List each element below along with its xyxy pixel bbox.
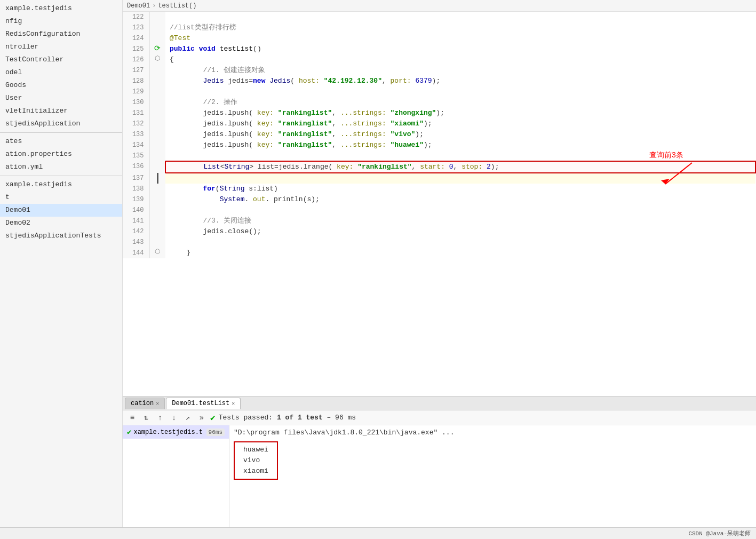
- run-test-item[interactable]: ✔ xample.testjedis.t 96ms: [123, 425, 229, 439]
- line-gutter: [149, 22, 165, 33]
- line-num: 128: [123, 76, 149, 86]
- line-content: }: [165, 248, 755, 258]
- line-gutter: [149, 65, 165, 76]
- sidebar-item-demo02[interactable]: Demo02: [0, 217, 122, 229]
- table-row: 140: [123, 205, 755, 216]
- table-row: 127 //1. 创建连接对象: [123, 65, 755, 76]
- debug-icon: ⟳: [150, 44, 166, 53]
- table-row: 144 ⬡ }: [123, 248, 755, 258]
- code-area: Demo01 › testList() 122 123: [123, 0, 756, 527]
- line-num: 142: [123, 226, 149, 237]
- line-gutter: [149, 108, 165, 118]
- line-gutter: [149, 76, 165, 86]
- export-btn[interactable]: ↗: [182, 413, 193, 423]
- line-gutter: [149, 140, 165, 150]
- sidebar-item-ates[interactable]: ates: [0, 135, 122, 148]
- table-row: 143: [123, 237, 755, 248]
- sidebar-divider-2: [0, 176, 122, 176]
- sidebar-item-redisconfig[interactable]: RedisConfiguration: [0, 28, 122, 41]
- sidebar-item-odel[interactable]: odel: [0, 66, 122, 79]
- line-num: 126: [123, 54, 149, 65]
- sidebar-item-apptests[interactable]: stjedisApplicationTests: [0, 229, 122, 242]
- line-num: 139: [123, 194, 149, 205]
- line-content: [165, 205, 755, 216]
- tab-close-icon-active[interactable]: ✕: [232, 400, 235, 407]
- sidebar-item-nfig[interactable]: nfig: [0, 15, 122, 28]
- line-num: 124: [123, 33, 149, 44]
- line-gutter: [149, 216, 165, 226]
- line-content: [165, 86, 755, 97]
- sidebar-divider-1: [0, 132, 122, 133]
- line-num: 131: [123, 108, 149, 118]
- line-content: System. out. println(s);: [165, 194, 755, 205]
- run-output: "D:\program files\Java\jdk1.8.0_221\bin\…: [229, 425, 756, 527]
- line-content: public void testList(): [165, 44, 755, 54]
- output-results: huawei vivo xiaomi: [234, 441, 278, 480]
- sidebar-item-testjedis[interactable]: xample.testjedis: [0, 2, 122, 15]
- run-right: "D:\program files\Java\jdk1.8.0_221\bin\…: [229, 425, 756, 527]
- sidebar-item-demo01[interactable]: Demo01: [0, 204, 122, 217]
- sidebar-item-vletinitializer[interactable]: vletInitializer: [0, 105, 122, 117]
- breadcrumb-sep: ›: [152, 2, 156, 10]
- line-num: 135: [123, 150, 149, 161]
- annotation-area: 查询前3条: [649, 150, 713, 192]
- test-item-label: xample.testjedis.t: [133, 429, 203, 436]
- table-row: 133 jedis.lpush( key: "rankinglist", ...…: [123, 129, 755, 140]
- sidebar-item-user[interactable]: User: [0, 92, 122, 105]
- sidebar-item-t[interactable]: t: [0, 191, 122, 204]
- line-gutter: [149, 86, 165, 97]
- line-gutter: [149, 161, 165, 173]
- line-gutter: [149, 205, 165, 216]
- rerun-btn[interactable]: ≡: [127, 413, 138, 423]
- line-gutter: [149, 118, 165, 129]
- more-btn[interactable]: »: [196, 413, 207, 423]
- line-num: 123: [123, 22, 149, 33]
- bookmark-icon-2: ⬡: [150, 248, 166, 256]
- up-btn[interactable]: ↑: [155, 413, 165, 423]
- line-gutter: ⟳: [149, 44, 165, 54]
- sidebar-item-goods[interactable]: Goods: [0, 79, 122, 92]
- main-area: xample.testjedis nfig RedisConfiguration…: [0, 0, 756, 527]
- line-content: jedis.lpush( key: "rankinglist", ...stri…: [165, 140, 755, 150]
- line-num: 141: [123, 216, 149, 226]
- line-content: [165, 237, 755, 248]
- line-gutter: [149, 184, 165, 194]
- line-content: jedis.lpush( key: "rankinglist", ...stri…: [165, 118, 755, 129]
- sidebar-item-properties[interactable]: ation.properties: [0, 148, 122, 161]
- sidebar-item-testcontroller[interactable]: TestController: [0, 53, 122, 66]
- tab-cation[interactable]: cation ✕: [125, 398, 165, 409]
- table-row: 129: [123, 86, 755, 97]
- line-content: jedis.close();: [165, 226, 755, 237]
- annotation-text: 查询前3条: [649, 150, 683, 160]
- sidebar-item-testjedis2[interactable]: xample.testjedis: [0, 178, 122, 191]
- table-row: 131 jedis.lpush( key: "rankinglist", ...…: [123, 108, 755, 118]
- sidebar-item-ntroller[interactable]: ntroller: [0, 41, 122, 53]
- line-num: 143: [123, 237, 149, 248]
- run-panel: ≡ ⇅ ↑ ↓ ↗ » ✔ Tests passed: 1 of 1 test …: [123, 410, 756, 527]
- pass-icon: ✔: [127, 427, 131, 437]
- sidebar-item-yml[interactable]: ation.yml: [0, 161, 122, 173]
- line-gutter: [149, 226, 165, 237]
- line-num: 137: [123, 173, 149, 184]
- code-table: 122 123 //list类型存排行榜 124 @Test: [123, 12, 756, 258]
- code-scroll[interactable]: 122 123 //list类型存排行榜 124 @Test: [123, 12, 756, 396]
- tab-label: cation: [131, 400, 154, 407]
- sort-btn[interactable]: ⇅: [141, 413, 152, 423]
- tab-close-icon[interactable]: ✕: [156, 400, 159, 407]
- table-row: 126 ⬡ {: [123, 54, 755, 65]
- line-gutter: [149, 33, 165, 44]
- table-row: 125 ⟳ public void testList(): [123, 44, 755, 54]
- down-btn[interactable]: ↓: [169, 413, 179, 423]
- line-num: 130: [123, 97, 149, 108]
- line-num: 144: [123, 248, 149, 258]
- breadcrumb-class: Demo01: [127, 2, 150, 10]
- tab-demo01-testlist[interactable]: Demo01.testList ✕: [166, 398, 241, 409]
- line-num: 125: [123, 44, 149, 54]
- status-text: CSDN @Java-呆萌老师: [688, 529, 751, 537]
- breadcrumb-method: testList(): [158, 2, 196, 10]
- run-left: ✔ xample.testjedis.t 96ms: [123, 425, 229, 527]
- line-num: 136: [123, 161, 149, 173]
- line-gutter: ⬡: [149, 248, 165, 258]
- sidebar-item-stjedisapp[interactable]: stjedisApplication: [0, 117, 122, 130]
- line-content: @Test: [165, 33, 755, 44]
